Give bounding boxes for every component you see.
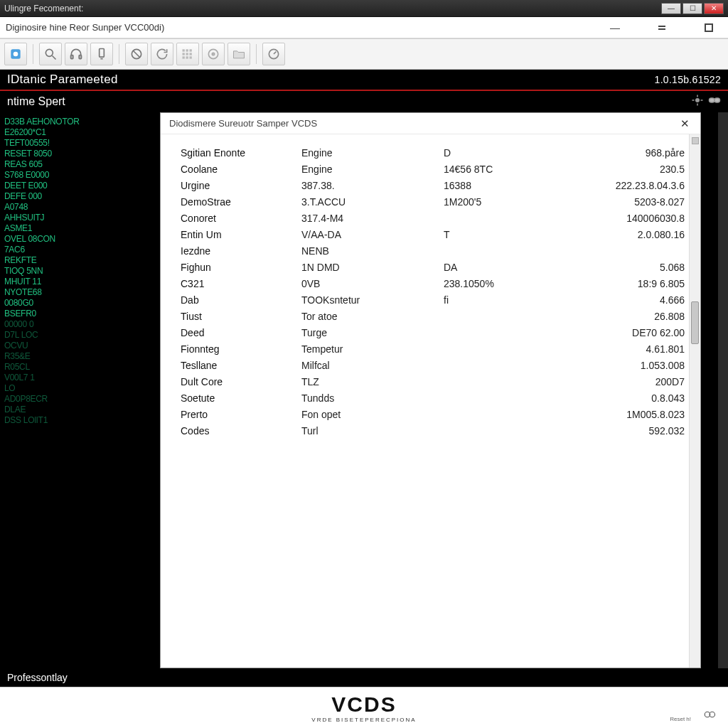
panel-scrollbar[interactable] (689, 134, 700, 668)
footer-gear-icon (700, 708, 719, 722)
row-label: Dult Core (181, 376, 301, 387)
sidebar-line: TEFT00555! (4, 138, 156, 149)
tool-disc-button[interactable] (202, 43, 225, 65)
svg-line-6 (53, 56, 56, 60)
sidebar-line: DEET E000 (4, 181, 156, 191)
row-label: Conoret (181, 213, 301, 224)
tool-headset-button[interactable] (65, 43, 87, 65)
sidebar-line: D33B AEHONOTOR (4, 117, 156, 127)
tool-forbid-button[interactable] (125, 43, 148, 65)
inner-window-minimize-button[interactable]: — (601, 22, 628, 33)
sidebar-line: AD0P8ECR (4, 394, 156, 405)
row-value: 200D7 (564, 376, 689, 387)
sidebar-line: REAS 605 (4, 159, 156, 170)
row-cell: Tundds (301, 392, 444, 404)
tool-grid-button[interactable] (176, 43, 199, 65)
sidebar-line: DSS LOlIT1 (4, 415, 156, 426)
row-cell: Turl (301, 425, 444, 437)
tool-search-button[interactable] (39, 43, 62, 65)
svg-point-5 (46, 49, 53, 56)
svg-rect-21 (190, 56, 192, 58)
svg-point-23 (212, 53, 214, 55)
inner-window-equal-button[interactable] (648, 22, 675, 33)
tool-folder-button[interactable] (228, 43, 250, 65)
sidebar-line: BSEFR0 (4, 309, 156, 319)
row-cell: D (444, 147, 564, 159)
row-value: 0.8.043 (564, 392, 689, 404)
svg-rect-8 (79, 55, 81, 59)
row-value: 968.påre (564, 147, 689, 159)
row-cell: TLZ (301, 376, 444, 387)
row-label: Dab (181, 294, 301, 306)
row-value: 4.61.801 (564, 343, 689, 355)
row-label: Fionnteg (181, 343, 301, 355)
row-label: Prerto (181, 409, 301, 420)
sidebar-line: R35&E (4, 351, 156, 362)
tool-home-button[interactable] (4, 43, 27, 65)
sidebar-line: 7AC6 (4, 245, 156, 255)
module-primary-header: IDtanic Parameeted 1.0.15b.61522 (0, 70, 728, 91)
tool-device-button[interactable] (90, 43, 113, 65)
row-cell: Milfcal (301, 360, 444, 371)
outer-window-minimize-button[interactable]: — (661, 3, 681, 14)
row-label: Codes (181, 425, 301, 437)
link-icon[interactable] (708, 94, 721, 109)
row-cell: Tempetur (301, 343, 444, 355)
row-cell: fi (444, 294, 564, 306)
sidebar-terminal: D33B AEHONOTORE26200*C1TEFT00555!RESET 8… (0, 112, 160, 668)
row-cell: T (444, 229, 564, 240)
inner-window-title: Diginosire hine Reor Sunper VCC00di) (6, 22, 164, 33)
tool-refresh-button[interactable] (151, 43, 173, 65)
row-value: DE70 62.00 (564, 327, 689, 338)
row-value: 18:9 6.805 (564, 278, 689, 289)
row-cell: 0VB (301, 278, 444, 289)
row-value: 592.032 (564, 425, 689, 437)
outer-window-title: Ulingre Fecomenent: (4, 4, 83, 14)
row-label: Tesllane (181, 360, 301, 371)
gear-icon[interactable] (691, 94, 704, 109)
svg-rect-17 (186, 53, 188, 55)
outer-window-close-button[interactable]: ✕ (704, 3, 724, 14)
svg-rect-16 (183, 53, 185, 55)
row-cell: TOOKsntetur (301, 294, 444, 306)
svg-rect-9 (100, 49, 105, 58)
sidebar-line: V00L7 1 (4, 373, 156, 383)
sidebar-line: DLAE (4, 405, 156, 415)
workspace: D33B AEHONOTORE26200*C1TEFT00555!RESET 8… (0, 112, 728, 668)
inner-window-box-button[interactable] (695, 22, 722, 33)
row-label: C321 (181, 278, 301, 289)
row-cell: 1N DMD (301, 262, 444, 273)
svg-point-4 (14, 52, 18, 57)
panel-scrollbar-thumb[interactable] (691, 301, 699, 344)
sidebar-line: NYOTE68 (4, 287, 156, 298)
footer: VCDS VRDE BISETEPERECPIONA Reset h! (0, 687, 728, 728)
svg-line-25 (274, 52, 276, 54)
svg-point-26 (695, 98, 700, 102)
row-cell: V/AA-DA (301, 229, 444, 240)
row-cell: NENB (301, 245, 444, 257)
outer-window-maximize-button[interactable]: ☐ (682, 3, 702, 14)
panel-close-button[interactable]: ✕ (678, 117, 692, 131)
sidebar-line: TIOQ 5NN (4, 266, 156, 277)
tool-gauge-button[interactable] (262, 43, 285, 65)
sidebar-line: RESET 8050 (4, 149, 156, 159)
row-value: 4.666 (564, 294, 689, 306)
sidebar-line: AHHSUITJ (4, 213, 156, 223)
row-cell: DA (444, 262, 564, 273)
row-label: Coolane (181, 164, 301, 175)
svg-rect-18 (190, 53, 192, 55)
sidebar-line: DEFE 000 (4, 191, 156, 202)
sidebar-line: REKFTE (4, 255, 156, 266)
svg-rect-19 (183, 56, 185, 58)
row-value: 140006030.8 (564, 213, 689, 224)
row-value: 26.808 (564, 311, 689, 322)
svg-rect-7 (71, 55, 73, 59)
row-cell: 317.4-M4 (301, 213, 444, 224)
row-cell: 3.T.ACCU (301, 196, 444, 208)
row-cell: 1M200'5 (444, 196, 564, 208)
row-label: Tiust (181, 311, 301, 322)
row-value: 5.068 (564, 262, 689, 273)
svg-line-12 (133, 50, 140, 58)
row-label: Fighun (181, 262, 301, 273)
workspace-right-strip (718, 112, 728, 668)
